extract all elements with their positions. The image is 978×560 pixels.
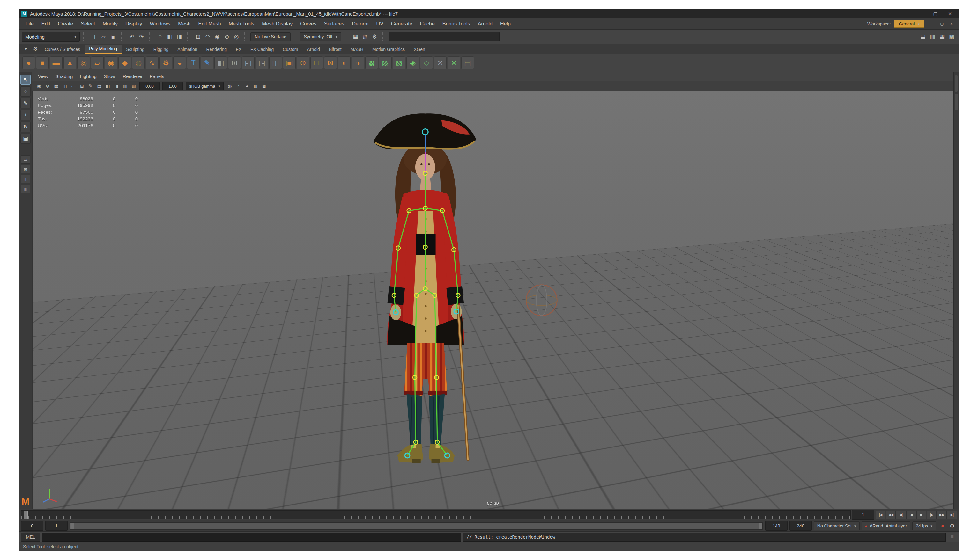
symmetrize-icon[interactable]: ▨ xyxy=(379,57,392,69)
menu-item[interactable]: Generate xyxy=(387,18,416,29)
persp-outliner-layout[interactable]: ◫ xyxy=(21,175,30,183)
average-vertices-icon[interactable]: ▧ xyxy=(393,57,405,69)
gamma-field[interactable] xyxy=(162,82,183,90)
platonic-solid-icon[interactable]: ◆ xyxy=(118,57,131,69)
panel-menu-item[interactable]: Lighting xyxy=(77,72,100,81)
rotate-manipulator[interactable] xyxy=(524,283,559,318)
viewport-3d[interactable]: Verts: 98029 0 0 Edges: 195998 0 0 Faces… xyxy=(32,91,953,509)
menu-item[interactable]: Windows xyxy=(146,18,174,29)
menu-item[interactable]: File xyxy=(22,18,38,29)
snap-to-plane-icon[interactable]: ⊙ xyxy=(222,32,232,42)
poly-soccer-ball-icon[interactable]: ◒ xyxy=(173,57,186,69)
bookmark-icon[interactable]: ◫ xyxy=(60,82,69,90)
playback-button[interactable]: |◀ xyxy=(876,511,886,519)
four-pane-layout[interactable]: ⊞ xyxy=(21,165,30,173)
fps-menu[interactable]: 24 fps ▾ xyxy=(912,522,936,530)
redo-icon[interactable]: ↷ xyxy=(137,32,146,42)
shelf-options-icon[interactable]: ⚙ xyxy=(31,44,40,53)
conform-icon[interactable]: ◇ xyxy=(420,57,433,69)
reference-notes-icon[interactable]: ▤ xyxy=(461,57,474,69)
group-separator[interactable] xyxy=(149,32,152,41)
mirror-icon[interactable]: ▩ xyxy=(365,57,378,69)
shelf-tab[interactable]: Curves / Surfaces xyxy=(40,45,85,53)
menu-item[interactable]: Create xyxy=(54,18,77,29)
single-pane-layout[interactable]: ▭ xyxy=(21,155,30,163)
menu-item[interactable]: Bonus Tools xyxy=(439,18,474,29)
group-separator[interactable] xyxy=(294,32,297,41)
menu-item[interactable]: Modify xyxy=(99,18,122,29)
lock-camera-icon[interactable]: ⊙ xyxy=(43,82,52,90)
child-window-control[interactable]: ✕ xyxy=(947,20,956,27)
panel-menu-item[interactable]: Shading xyxy=(52,72,76,81)
current-frame-field[interactable] xyxy=(852,510,874,520)
select-object-icon[interactable]: ◧ xyxy=(165,32,174,42)
playback-button[interactable]: ◀| xyxy=(896,511,906,519)
group-separator[interactable] xyxy=(383,32,385,41)
group-separator[interactable] xyxy=(344,32,348,41)
attribute-editor-collapsed-tab[interactable] xyxy=(955,94,958,110)
menu-item[interactable]: Arnold xyxy=(474,18,497,29)
group-separator[interactable] xyxy=(83,32,86,41)
bevel-icon[interactable]: ⊕ xyxy=(297,57,309,69)
ipr-render-icon[interactable]: ▧ xyxy=(360,32,370,42)
poly-pipe-icon[interactable]: ◍ xyxy=(132,57,145,69)
textured-toggle-icon[interactable]: ▩ xyxy=(251,82,260,90)
paint-select-tool[interactable]: ✎ xyxy=(20,98,31,108)
playback-button[interactable]: ◀◀ xyxy=(886,511,896,519)
workspace-dropdown[interactable]: General▾ xyxy=(894,20,925,28)
shelf-tab[interactable]: Poly Modeling xyxy=(85,45,122,53)
panel-menu-item[interactable]: Show xyxy=(100,72,119,81)
time-slider[interactable] xyxy=(21,510,851,519)
poly-cube-icon[interactable]: ■ xyxy=(36,57,49,69)
select-hierarchy-icon[interactable]: ◌ xyxy=(155,32,165,42)
range-start-handle[interactable] xyxy=(71,523,74,529)
shelf-menu-icon[interactable]: ▾ xyxy=(21,44,31,53)
script-editor-button[interactable]: ≡ xyxy=(947,532,957,542)
menu-set-dropdown[interactable]: Modeling ▾ xyxy=(22,32,80,42)
menu-item[interactable]: Surfaces xyxy=(320,18,348,29)
snap-to-curve-icon[interactable]: ◠ xyxy=(203,32,212,42)
panel-menu-item[interactable]: Renderer xyxy=(119,72,146,81)
xray-icon[interactable]: ◔ xyxy=(234,82,242,90)
boolean-icon[interactable]: ◑ xyxy=(351,57,364,69)
shelf-tab[interactable]: Sculpting xyxy=(122,45,149,53)
svg-tool-icon[interactable]: ✎ xyxy=(201,57,213,69)
undo-icon[interactable]: ↶ xyxy=(127,32,137,42)
command-language-toggle[interactable]: MEL xyxy=(21,533,40,542)
multi-cut-tool-icon[interactable]: ◧ xyxy=(214,57,227,69)
menu-item[interactable]: Mesh xyxy=(174,18,194,29)
range-end-handle[interactable] xyxy=(759,523,762,529)
render-current-frame-icon[interactable]: ▦ xyxy=(351,32,360,42)
shelf-tab[interactable]: Rigging xyxy=(149,45,173,53)
shelf-tab[interactable]: Custom xyxy=(278,45,303,53)
panel-menu-item[interactable]: View xyxy=(35,72,51,81)
shelf-tab[interactable]: Motion Graphics xyxy=(368,45,409,53)
shelf-tab[interactable]: Bifrost xyxy=(324,45,346,53)
field-chart-icon[interactable]: ▧ xyxy=(129,82,138,90)
select-component-icon[interactable]: ◨ xyxy=(174,32,184,42)
poly-gear-icon[interactable]: ⚙ xyxy=(159,57,172,69)
animation-preferences-icon[interactable]: ⚙ xyxy=(947,521,957,531)
menu-item[interactable]: UV xyxy=(373,18,387,29)
freeze-transform-icon[interactable]: ✕ xyxy=(448,57,460,69)
anim-layer-mute-icon[interactable]: ● xyxy=(865,524,868,528)
shelf-tab[interactable]: Arnold xyxy=(303,45,324,53)
playback-button[interactable]: |▶ xyxy=(927,511,936,519)
playback-end-field[interactable] xyxy=(765,521,787,531)
move-tool[interactable]: + xyxy=(20,110,31,120)
save-scene-icon[interactable]: ▣ xyxy=(108,32,118,42)
isolate-select-icon[interactable]: ◍ xyxy=(226,82,234,90)
menu-item[interactable]: Cache xyxy=(416,18,439,29)
menu-item[interactable]: Select xyxy=(77,18,99,29)
merge-vertices-icon[interactable]: ⊠ xyxy=(324,57,337,69)
character-set-menu[interactable]: No Character Set ▾ xyxy=(814,522,860,530)
resolution-gate-icon[interactable]: ◨ xyxy=(112,82,120,90)
toggle-tool-settings-icon[interactable]: ▦ xyxy=(937,32,947,42)
scale-tool[interactable]: ▣ xyxy=(20,133,31,144)
type-tool-icon[interactable]: T xyxy=(187,57,200,69)
snap-to-point-icon[interactable]: ◉ xyxy=(212,32,222,42)
poly-cylinder-icon[interactable]: ▬ xyxy=(50,57,62,69)
poly-disc-icon[interactable]: ◉ xyxy=(105,57,117,69)
new-scene-icon[interactable]: ▯ xyxy=(89,32,99,42)
2d-pan-zoom-icon[interactable]: ⊞ xyxy=(78,82,86,90)
